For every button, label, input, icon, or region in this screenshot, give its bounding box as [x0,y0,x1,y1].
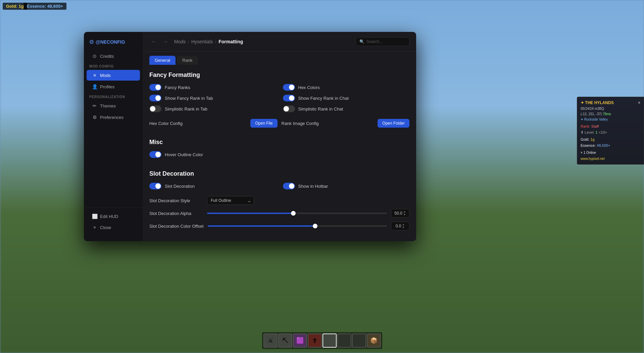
hud-essence-label: Essence: [27,4,46,9]
setting-hover-outline: Hover Outline Color [149,151,276,158]
profiles-icon: 👤 [92,84,97,89]
fancy-formatting-title: Fancy Formatting [149,72,409,79]
setting-show-fancy-rank-tab: Show Fancy Rank in Tab [149,95,276,101]
hotbar-slot-6[interactable] [352,334,366,348]
label-fancy-ranks: Fancy Ranks [165,85,190,90]
breadcrumb-active: Formatting [218,39,243,44]
color-offset-slider-track[interactable] [208,225,387,227]
label-simplistic-rank-chat: Simplistic Rank in Chat [298,106,343,112]
setting-hex-colors: Hex Colors [283,84,410,91]
right-panel-level: ⬆ Level: 1 <10> [581,130,640,136]
hotbar-slot-7[interactable]: 📦 [367,334,381,348]
color-offset-label: Slot Decoration Color Offset [149,224,204,229]
setting-show-in-hotbar: Show in Hotbar [283,183,410,189]
color-offset-slider-thumb[interactable] [313,224,317,228]
rank-config-label: Rank Image Config [282,121,378,126]
toggle-show-fancy-rank-chat[interactable] [283,95,295,101]
sidebar-item-mods[interactable]: ≡ Mods [87,70,140,81]
right-panel-close[interactable]: × [638,100,640,106]
hex-config-label: Hex Color Config [149,121,250,126]
toggle-show-fancy-rank-tab[interactable] [149,95,161,101]
right-panel-title: ✦ THE HYLANDS × [581,100,640,106]
logo-icon: ⊙ [89,39,94,45]
right-panel: ✦ THE HYLANDS × 05/24/24 m3BQ (-12, 151,… [577,97,644,165]
sidebar-item-credits[interactable]: ⊙ Credits [87,51,140,61]
breadcrumb-hysentials[interactable]: Hysentials [191,39,213,44]
misc-title: Misc [149,139,409,146]
hotbar-slot-5[interactable] [337,334,351,348]
sidebar-bottom: ⬜ Edit HUD × Close [84,208,143,236]
search-input[interactable] [366,39,407,44]
style-dropdown[interactable]: Full Outline Inner Outline Corner None [207,196,254,205]
toggle-show-in-hotbar[interactable] [283,183,295,189]
right-panel-title-text: ✦ THE HYLANDS [581,100,614,106]
sidebar: ⊙ @NECONFIG ⊙ Credits MOD CONFIG ≡ Mods … [84,32,143,241]
tabs-bar: General Rank [143,52,416,65]
main-header: ← → Mods › Hysentials › Formatting 🔍 [143,32,416,52]
dropdown-wrapper[interactable]: Full Outline Inner Outline Corner None [207,196,254,205]
right-panel-gold: Gold: 1g [581,137,640,143]
alpha-slider-track[interactable] [207,213,387,214]
right-panel-rank: Rank: Staff [581,124,640,130]
nav-forward-button[interactable]: → [161,38,170,45]
style-row: Slot Decoration Style Full Outline Inner… [149,196,409,205]
alpha-arrow-down[interactable]: ▼ [403,213,406,216]
sidebar-item-themes[interactable]: ✏ Themes [87,100,140,111]
sidebar-item-profiles[interactable]: 👤 Profiles [87,81,140,92]
setting-simplistic-rank-chat: Simplistic Rank in Chat [283,105,410,112]
breadcrumb: Mods › Hysentials › Formatting [174,39,243,44]
hotbar-slot-3[interactable]: 🗡 [308,334,322,348]
sidebar-mods-label: Mods [100,73,111,78]
config-rows: Hex Color Config Open File Rank Image Co… [149,119,409,128]
hex-config-row: Hex Color Config Open File [149,119,278,128]
alpha-slider-thumb[interactable] [291,211,296,216]
open-file-button[interactable]: Open File [250,119,277,128]
divider-misc [149,133,409,133]
color-offset-arrows[interactable]: ▲ ▼ [402,223,405,229]
setting-show-fancy-rank-chat: Show Fancy Rank in Chat [283,95,410,101]
slot-decoration-toggles: Slot Decoration Show in Hotbar [149,183,409,189]
sidebar-close-label: Close [100,225,111,230]
setting-fancy-ranks: Fancy Ranks [149,84,276,91]
breadcrumb-sep1: › [188,39,189,44]
hotbar-slot-0[interactable]: ⚔ [263,334,278,348]
right-panel-online: × 1 Online [581,150,640,156]
breadcrumb-mods[interactable]: Mods [174,39,186,44]
main-content: ← → Mods › Hysentials › Formatting 🔍 Gen… [143,32,416,241]
sidebar-item-preferences[interactable]: ⚙ Preferences [87,112,140,123]
alpha-value: 50.0 [394,211,402,216]
mod-config-section: MOD CONFIG [84,62,143,70]
setting-slot-decoration: Slot Decoration [149,183,276,189]
label-show-in-hotbar: Show in Hotbar [298,184,328,189]
right-panel-location: ✦ Rockside Valley [581,117,640,122]
breadcrumb-sep2: › [215,39,217,44]
alpha-arrows[interactable]: ▲ ▼ [403,210,406,216]
hotbar-slot-4[interactable] [323,334,337,348]
alpha-slider-row: Slot Decoration Alpha 50.0 ▲ ▼ [149,209,409,218]
hotbar-slot-1[interactable]: ⛏ [278,334,292,348]
right-panel-date: 05/24/24 m3BQ [581,106,640,112]
hud-essence-value: 48,600+ [47,4,63,9]
label-hex-colors: Hex Colors [298,85,320,90]
tab-general[interactable]: General [149,56,176,65]
toggle-slot-decoration[interactable] [149,183,161,189]
toggle-hex-colors[interactable] [283,84,295,91]
sidebar-item-close[interactable]: × Close [87,222,140,233]
toggle-fancy-ranks[interactable] [149,84,161,91]
close-icon: × [92,225,97,230]
toggle-hover-outline[interactable] [149,151,161,158]
toggle-simplistic-rank-tab[interactable] [149,105,161,112]
hotbar-slot-2[interactable]: 🟪 [293,334,307,348]
right-panel-coords: (-12, 151, -37) 78ms [581,112,640,117]
sidebar-preferences-label: Preferences [100,115,123,120]
right-panel-essence: Essence: 48,600+ [581,143,640,149]
sidebar-item-edit-hud[interactable]: ⬜ Edit HUD [87,211,140,222]
open-folder-button[interactable]: Open Folder [378,119,409,128]
tab-rank[interactable]: Rank [177,56,198,65]
search-box[interactable]: 🔍 [356,37,409,46]
nav-back-button[interactable]: ← [149,38,159,45]
toggle-simplistic-rank-chat[interactable] [283,105,295,112]
edit-hud-icon: ⬜ [92,214,97,219]
search-icon: 🔍 [359,39,364,44]
color-offset-arrow-down[interactable]: ▼ [402,226,405,229]
